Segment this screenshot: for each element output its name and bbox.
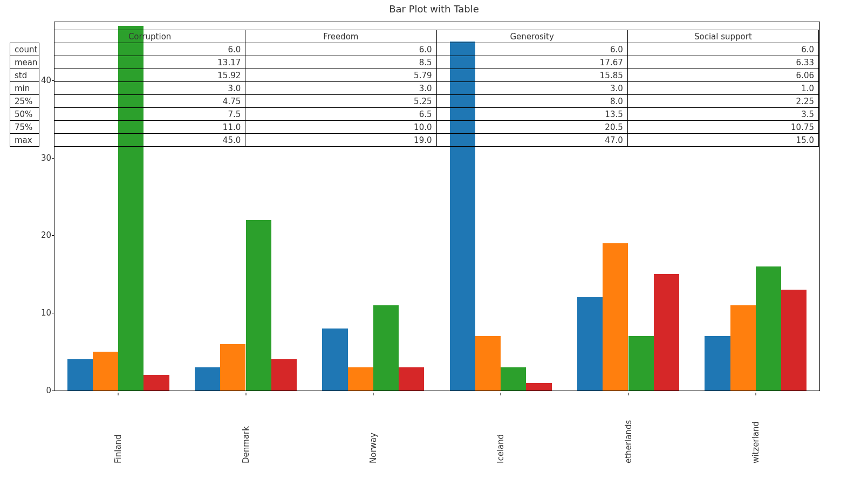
table-gap-cell — [39, 95, 54, 108]
col-header: Social support — [627, 30, 818, 43]
stats-table: Corruption Freedom Generosity Social sup… — [10, 30, 819, 147]
table-gap-cell — [39, 43, 54, 56]
bar-generosity — [373, 305, 399, 391]
table-cell: 45.0 — [54, 134, 245, 147]
bar-generosity — [628, 336, 654, 391]
table-row: min3.03.03.01.0 — [10, 82, 819, 95]
table-cell: 19.0 — [245, 134, 436, 147]
table-row: 25%4.755.258.02.25 — [10, 95, 819, 108]
row-header: 50% — [10, 108, 39, 121]
bar-social-support — [271, 359, 297, 391]
bar-corruption — [195, 367, 220, 391]
col-header: Generosity — [436, 30, 627, 43]
table-cell: 11.0 — [54, 121, 245, 134]
table-cell: 6.06 — [627, 69, 818, 82]
bar-corruption — [705, 336, 730, 391]
row-header: 25% — [10, 95, 39, 108]
table-cell: 1.0 — [627, 82, 818, 95]
y-tick-label: 10 — [33, 308, 51, 318]
table-cell: 8.0 — [436, 95, 627, 108]
table-cell: 10.75 — [627, 121, 818, 134]
row-header: count — [10, 43, 39, 56]
table-cell: 6.0 — [627, 43, 818, 56]
x-tick-label: Denmark — [241, 399, 251, 463]
table-row: 50%7.56.513.53.5 — [10, 108, 819, 121]
col-header: Freedom — [245, 30, 436, 43]
table-cell: 4.75 — [54, 95, 245, 108]
y-tick-label: 20 — [33, 230, 51, 240]
table-gap-cell — [39, 69, 54, 82]
stats-table-wrap: Corruption Freedom Generosity Social sup… — [10, 30, 819, 147]
x-tick-label: witzerland — [751, 399, 761, 463]
y-tick-label: 30 — [33, 153, 51, 163]
table-cell: 6.0 — [245, 43, 436, 56]
table-cell: 3.5 — [627, 108, 818, 121]
table-cell: 20.5 — [436, 121, 627, 134]
chart-title: Bar Plot with Table — [0, 3, 868, 15]
table-row: std15.925.7915.856.06 — [10, 69, 819, 82]
bar-social-support — [526, 383, 551, 391]
table-row: max45.019.047.015.0 — [10, 134, 819, 147]
table-cell: 6.33 — [627, 56, 818, 69]
bar-generosity — [246, 220, 271, 391]
row-header: mean — [10, 56, 39, 69]
bar-generosity — [756, 266, 781, 391]
bar-freedom — [730, 305, 756, 391]
x-tick-label: Norway — [368, 399, 378, 463]
table-cell: 3.0 — [436, 82, 627, 95]
table-cell: 7.5 — [54, 108, 245, 121]
table-cell: 6.5 — [245, 108, 436, 121]
table-row: mean13.178.517.676.33 — [10, 56, 819, 69]
row-header: 75% — [10, 121, 39, 134]
table-cell: 6.0 — [54, 43, 245, 56]
table-cell: 5.79 — [245, 69, 436, 82]
table-cell: 15.85 — [436, 69, 627, 82]
table-cell: 13.17 — [54, 56, 245, 69]
row-header: std — [10, 69, 39, 82]
table-cell: 15.0 — [627, 134, 818, 147]
x-tick-label: Finland — [113, 399, 123, 463]
table-gap-cell — [39, 121, 54, 134]
bar-social-support — [143, 375, 169, 391]
table-gap-cell — [39, 30, 54, 43]
table-row: 75%11.010.020.510.75 — [10, 121, 819, 134]
x-tick-label: Iceland — [496, 399, 505, 463]
bar-social-support — [654, 274, 679, 391]
table-cell: 47.0 — [436, 134, 627, 147]
table-cell: 17.67 — [436, 56, 627, 69]
table-gap-cell — [39, 108, 54, 121]
bar-freedom — [348, 367, 373, 391]
table-cell: 3.0 — [245, 82, 436, 95]
bar-social-support — [399, 367, 424, 391]
bar-corruption — [67, 359, 93, 391]
bar-corruption — [577, 297, 603, 391]
table-cell: 5.25 — [245, 95, 436, 108]
table-cell: 13.5 — [436, 108, 627, 121]
table-cell: 2.25 — [627, 95, 818, 108]
y-tick-label: 0 — [33, 386, 51, 395]
table-header-row: Corruption Freedom Generosity Social sup… — [10, 30, 819, 43]
chart-canvas: Bar Plot with Table 010203040FinlandDenm… — [0, 0, 868, 479]
row-header: min — [10, 82, 39, 95]
table-row: count6.06.06.06.0 — [10, 43, 819, 56]
bar-freedom — [220, 344, 245, 391]
table-cell: 10.0 — [245, 121, 436, 134]
bar-freedom — [93, 352, 118, 391]
bar-corruption — [322, 329, 347, 391]
table-cell: 8.5 — [245, 56, 436, 69]
table-gap-cell — [39, 134, 54, 147]
bar-generosity — [501, 367, 526, 391]
table-gap-cell — [39, 82, 54, 95]
col-header: Corruption — [54, 30, 245, 43]
x-tick-label: etherlands — [624, 399, 633, 463]
bar-social-support — [781, 290, 807, 391]
table-cell: 3.0 — [54, 82, 245, 95]
bar-freedom — [603, 243, 628, 391]
table-cell: 6.0 — [436, 43, 627, 56]
table-cell: 15.92 — [54, 69, 245, 82]
table-gap-cell — [39, 56, 54, 69]
table-corner-cell — [10, 30, 39, 43]
row-header: max — [10, 134, 39, 147]
bar-freedom — [475, 336, 501, 391]
